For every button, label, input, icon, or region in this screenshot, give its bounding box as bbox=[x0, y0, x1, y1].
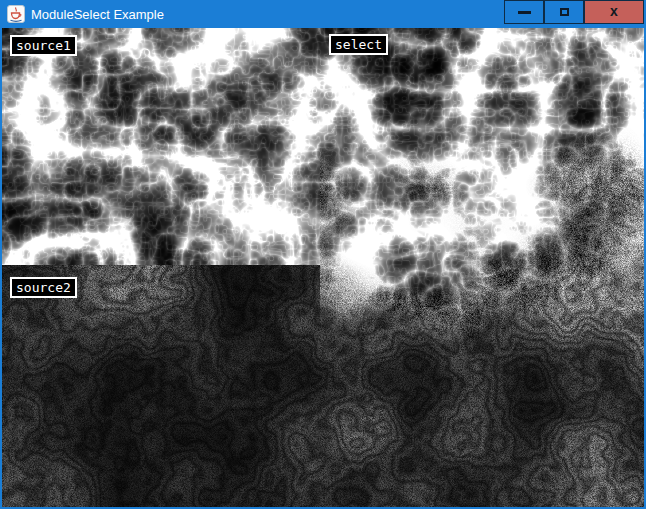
render-client-area: source1 select source2 bbox=[2, 28, 644, 507]
maximize-button[interactable] bbox=[544, 0, 584, 24]
app-window: ModuleSelect Example x source1 select so… bbox=[0, 0, 646, 509]
close-button[interactable]: x bbox=[584, 0, 644, 24]
select-label: select bbox=[329, 34, 388, 55]
source2-image bbox=[2, 265, 320, 507]
titlebar[interactable]: ModuleSelect Example x bbox=[0, 0, 646, 28]
source2-label: source2 bbox=[10, 277, 77, 298]
minimize-icon bbox=[518, 11, 531, 14]
close-icon: x bbox=[610, 4, 618, 18]
caption-buttons: x bbox=[504, 0, 644, 25]
minimize-button[interactable] bbox=[504, 0, 544, 24]
maximize-icon bbox=[560, 8, 569, 16]
java-cup-icon bbox=[7, 5, 25, 23]
source1-image bbox=[2, 28, 320, 265]
window-title: ModuleSelect Example bbox=[31, 7, 164, 22]
source1-label: source1 bbox=[10, 35, 77, 56]
